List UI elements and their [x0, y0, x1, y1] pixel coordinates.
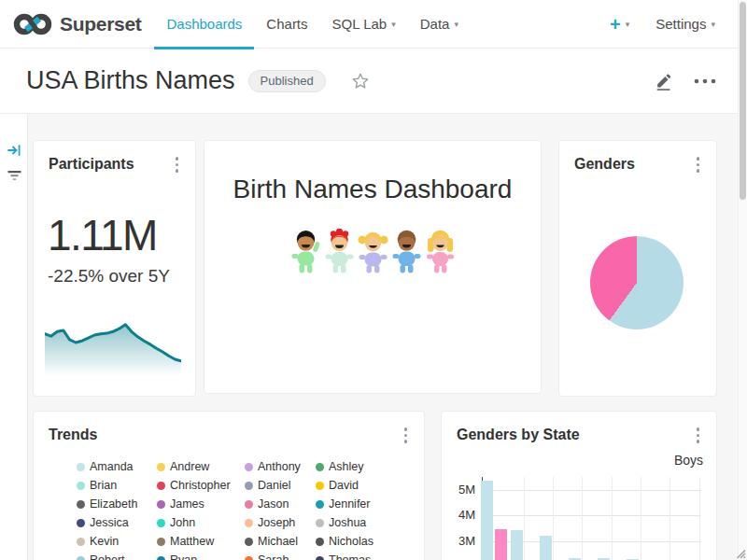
legend-item[interactable]: Sarah [245, 552, 316, 560]
filter-lines-icon[interactable] [7, 168, 22, 183]
kebab-menu-icon[interactable] [402, 425, 410, 446]
gridline [669, 477, 670, 560]
legend-item[interactable]: Brian [77, 477, 157, 494]
legend-dot [245, 463, 253, 471]
legend-label: Ashley [329, 460, 364, 473]
caret-down-icon: ▾ [711, 20, 715, 29]
legend-item[interactable]: Joseph [245, 514, 316, 531]
card-trends: Trends AmandaAndrewAnthonyAshleyBrianChr… [33, 411, 425, 560]
plus-icon: + [610, 15, 621, 34]
legend-item[interactable]: Kevin [77, 533, 157, 550]
legend-dot [77, 500, 85, 509]
bar-girls [495, 529, 507, 560]
bar-boys [511, 530, 523, 560]
superset-logo[interactable]: Superset [13, 10, 141, 38]
legend-label: Brian [90, 479, 117, 492]
legend-dot [245, 519, 253, 527]
legend-item[interactable]: Robert [77, 552, 157, 560]
legend-item[interactable]: Elizabeth [77, 496, 157, 512]
scrollbar-thumb[interactable] [740, 2, 746, 200]
settings-menu[interactable]: Settings ▾ [655, 16, 715, 32]
legend-dot [316, 482, 324, 490]
legend-label: Ryan [170, 553, 197, 560]
legend-dot [77, 519, 85, 527]
gridline [553, 477, 554, 560]
legend-item[interactable]: Michael [245, 533, 316, 550]
legend-item[interactable]: Thomas [316, 552, 402, 560]
legend-item[interactable]: John [157, 514, 245, 531]
bar-boys [481, 481, 493, 560]
card-birth-names-markdown: Birth Names Dashboard [204, 140, 542, 394]
legend-item[interactable]: David [316, 477, 402, 494]
nav-item-sql-lab[interactable]: SQL Lab ▾ [320, 0, 408, 49]
legend-dot [657, 455, 669, 466]
big-number-value: 1.11M [48, 210, 157, 260]
gridline [483, 490, 701, 491]
favorite-star-icon[interactable] [350, 71, 371, 91]
legend-dot [157, 519, 165, 527]
legend-item[interactable]: Jason [245, 496, 316, 512]
legend-item[interactable]: Amanda [77, 458, 157, 475]
legend-dot [316, 556, 324, 560]
card-title: Genders [574, 156, 635, 173]
expand-filter-bar-icon[interactable] [7, 143, 21, 158]
legend-dot [316, 463, 324, 471]
legend-label: Kevin [90, 535, 119, 548]
legend-item-boys[interactable]: Boys [657, 453, 703, 468]
legend-item[interactable]: Nicholas [316, 533, 402, 550]
brand-name: Superset [60, 13, 141, 35]
kid-blonde-hair-pink-outfit [425, 229, 456, 275]
legend-item[interactable]: Anthony [245, 458, 316, 475]
kebab-menu-icon[interactable] [174, 154, 181, 175]
kebab-menu-icon[interactable] [695, 154, 702, 175]
legend-dot [77, 482, 85, 490]
legend-label: Thomas [329, 553, 371, 560]
legend-dot [157, 538, 165, 546]
legend-item[interactable]: Ashley [316, 458, 402, 475]
legend-label: Michael [258, 535, 298, 548]
caret-down-icon: ▾ [626, 20, 630, 29]
trends-legend: AmandaAndrewAnthonyAshleyBrianChristophe… [77, 458, 402, 560]
legend-item[interactable]: Andrew [157, 458, 245, 475]
gridline [582, 477, 583, 560]
kid-brown-hair-blue-outfit [391, 229, 422, 275]
legend-label: Jessica [90, 516, 129, 529]
ellipsis-icon[interactable] [693, 77, 717, 85]
superset-logo-icon [13, 10, 52, 38]
edit-pencil-icon[interactable] [654, 71, 674, 91]
markdown-heading: Birth Names Dashboard [204, 175, 541, 204]
legend-dot [77, 538, 85, 546]
nav-item-dashboards[interactable]: Dashboards [154, 0, 254, 49]
card-genders-by-state: Genders by State Boys 5M4M3M [441, 411, 717, 560]
legend-item[interactable]: Christopher [157, 477, 245, 494]
legend-item[interactable]: Daniel [245, 477, 316, 494]
legend-label: Jennifer [329, 497, 370, 511]
legend-item[interactable]: Matthew [157, 533, 245, 550]
legend-dot [77, 556, 85, 560]
new-item-button[interactable]: + ▾ [610, 15, 629, 34]
legend-item[interactable]: James [157, 496, 245, 512]
kids-emoji-row [204, 229, 541, 275]
resize-handle-icon[interactable] [734, 547, 746, 559]
legend-item[interactable]: Ryan [157, 552, 245, 560]
legend-label: David [329, 479, 359, 492]
card-participants: Participants 1.11M -22.5% over 5Y [33, 140, 196, 397]
legend-label: Anthony [258, 460, 301, 473]
legend-label: Joshua [329, 516, 366, 529]
participants-trendline-chart [45, 318, 181, 376]
legend-dot [316, 500, 324, 509]
y-axis-tick: 5M [445, 483, 475, 497]
nav-item-charts[interactable]: Charts [254, 0, 319, 49]
legend-dot [316, 538, 324, 546]
legend-label: Jason [258, 497, 289, 511]
legend-item[interactable]: Jessica [77, 514, 157, 531]
legend-label: Robert [90, 553, 125, 560]
kebab-menu-icon[interactable] [695, 425, 702, 446]
big-number-subheader: -22.5% over 5Y [48, 266, 170, 287]
published-badge[interactable]: Published [248, 70, 326, 92]
legend-item[interactable]: Joshua [316, 514, 402, 531]
legend-item[interactable]: Jennifer [316, 496, 402, 512]
nav-item-data[interactable]: Data ▾ [408, 0, 471, 49]
legend-dot [157, 463, 165, 471]
legend-dot [157, 556, 165, 560]
